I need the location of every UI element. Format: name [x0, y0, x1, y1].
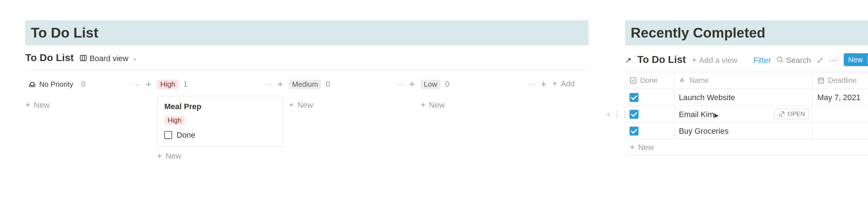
cell-name[interactable]: Email Kim OPEN ➤ [675, 106, 813, 122]
svg-point-3 [778, 57, 782, 62]
add-label: Add [561, 79, 575, 88]
column-new-button[interactable]: + New [25, 96, 152, 114]
plus-icon: + [630, 143, 635, 152]
column-count: 1 [183, 80, 187, 89]
new-label: New [297, 100, 313, 109]
board-columns: No Priority 0 ··· + + New High 1 ··· + M… [25, 70, 589, 165]
search-icon [776, 56, 784, 63]
column-add-icon[interactable]: + [409, 79, 415, 89]
add-view-label: Add a view [699, 55, 737, 64]
column-header: Low 0 ··· + [421, 78, 547, 96]
view-switcher[interactable]: Board view ⌄ [80, 54, 137, 63]
row-name: Launch Website [679, 93, 735, 102]
checkbox-property-icon [630, 77, 637, 84]
cell-deadline[interactable]: May 7, 2021 [813, 89, 868, 105]
linked-db-title[interactable]: To Do List [637, 54, 686, 66]
board-icon [80, 54, 87, 61]
card-done-label: Done [176, 130, 195, 140]
svg-rect-0 [80, 55, 86, 61]
database-title[interactable]: To Do List [25, 52, 74, 64]
column-add-icon[interactable]: + [145, 79, 151, 89]
new-button-label: New [848, 55, 863, 64]
right-block-title: Recently Completed [625, 20, 868, 46]
card-priority-tag: High [164, 116, 185, 125]
column-new-button[interactable]: + New [157, 147, 283, 165]
row-drag-handle-icon[interactable]: ⋮⋮ [613, 110, 628, 119]
new-label: New [34, 100, 50, 109]
plus-icon: + [692, 55, 697, 64]
column-menu-icon[interactable]: ··· [133, 80, 141, 89]
cell-name[interactable]: Buy Groceries [675, 123, 813, 138]
column-count: 0 [326, 80, 330, 89]
table-row[interactable]: + ⋮⋮ Email Kim OPEN ➤ [625, 106, 868, 123]
filter-button[interactable]: Filter [753, 55, 771, 64]
checked-icon [630, 110, 639, 119]
row-name: Email Kim [679, 110, 714, 119]
col-header-done[interactable]: Done [625, 73, 674, 88]
inbox-icon [29, 80, 36, 87]
column-menu-icon[interactable]: ··· [264, 80, 273, 89]
row-name: Buy Groceries [679, 127, 728, 136]
new-button[interactable]: New ⌄ [844, 53, 868, 66]
plus-icon: + [552, 79, 557, 88]
table-row[interactable]: Launch Website May 7, 2021 [625, 89, 868, 106]
open-icon [778, 110, 785, 117]
checked-icon [630, 93, 639, 102]
left-block-title: To Do List [25, 20, 589, 46]
priority-tag: High [157, 79, 179, 89]
add-view-button[interactable]: + Add a view [692, 55, 737, 64]
priority-tag: Medium [289, 79, 321, 89]
cell-deadline[interactable] [813, 111, 868, 117]
column-add-icon[interactable]: + [541, 79, 546, 89]
cell-deadline[interactable] [813, 128, 868, 134]
search-label: Search [786, 55, 811, 64]
cell-done[interactable] [625, 106, 674, 122]
plus-icon: + [25, 100, 30, 109]
column-count: 0 [445, 80, 449, 89]
col-header-name[interactable]: Name [675, 73, 813, 88]
cell-done[interactable] [625, 89, 674, 105]
more-menu-icon[interactable]: ··· [829, 55, 838, 65]
expand-icon[interactable]: ⤢ [817, 55, 824, 64]
plus-icon: + [157, 151, 162, 160]
col-header-deadline[interactable]: Deadline [813, 73, 868, 88]
new-row-label: New [638, 143, 654, 152]
column-add-icon[interactable]: + [277, 79, 283, 89]
card-done-checkbox[interactable] [164, 131, 172, 139]
date-property-icon [817, 77, 825, 84]
table-header-row: Done Name Deadline [625, 72, 868, 89]
add-column-button[interactable]: +Add [552, 78, 575, 88]
row-deadline: May 7, 2021 [817, 93, 860, 102]
priority-tag: Low [421, 79, 441, 89]
column-count: 0 [81, 80, 85, 89]
column-header: High 1 ··· + [157, 78, 283, 96]
column-new-button[interactable]: + New [421, 96, 547, 114]
cell-done[interactable] [625, 123, 674, 138]
board-card[interactable]: Meal Prep High Done [157, 96, 283, 147]
board-column: No Priority 0 ··· + + New [25, 78, 152, 114]
column-header: Medium 0 ··· + [289, 78, 415, 96]
board-column: High 1 ··· + Meal Prep High Done + New [157, 78, 283, 164]
open-page-button[interactable]: OPEN [774, 108, 809, 119]
card-title: Meal Prep [164, 102, 276, 111]
no-priority-label: No Priority [25, 79, 77, 89]
linked-arrow-icon: ↗ [625, 55, 632, 64]
checked-icon [630, 127, 639, 136]
svg-rect-6 [818, 78, 824, 83]
chevron-down-icon: ⌄ [132, 55, 137, 61]
table-new-row[interactable]: + New [625, 140, 868, 156]
title-property-icon [679, 77, 686, 84]
plus-icon: + [289, 100, 294, 109]
row-add-icon[interactable]: + [606, 110, 611, 119]
column-new-button[interactable]: + New [289, 96, 415, 114]
view-name: Board view [89, 54, 128, 63]
table-row[interactable]: Buy Groceries [625, 123, 868, 140]
cell-name[interactable]: Launch Website [675, 89, 813, 105]
new-label: New [429, 100, 444, 109]
board-column: Medium 0 ··· + + New [289, 78, 415, 114]
new-label: New [166, 151, 181, 160]
column-menu-icon[interactable]: ··· [396, 80, 405, 89]
column-menu-icon[interactable]: ··· [528, 80, 536, 89]
board-column: Low 0 ··· + + New [421, 78, 547, 114]
search-button[interactable]: Search [776, 55, 811, 64]
